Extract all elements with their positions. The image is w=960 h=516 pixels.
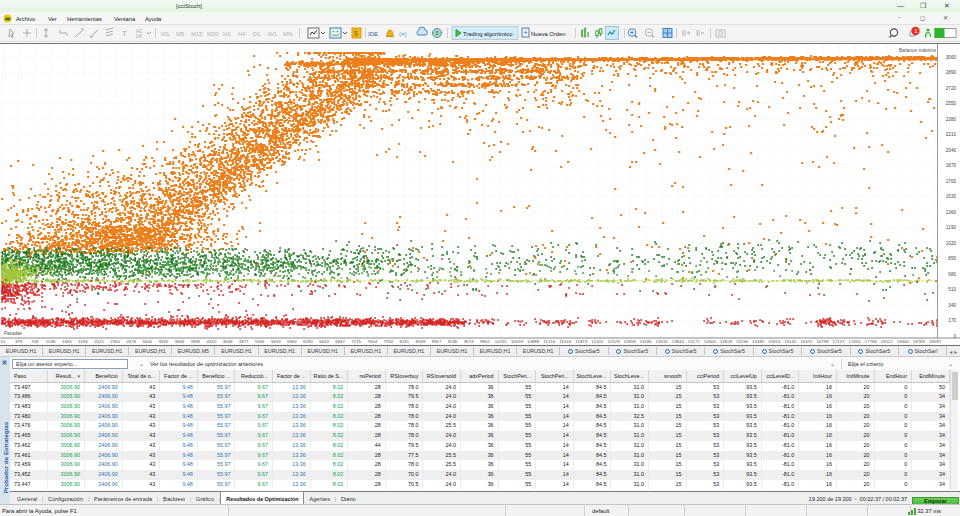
svg-text:14500: 14500 [704,339,717,344]
svg-text:IDE: IDE [368,31,378,37]
svg-text:2380: 2380 [946,117,957,122]
svg-text:2678: 2678 [126,339,136,344]
svg-text:6290: 6290 [303,339,313,344]
svg-text:1693: 1693 [78,339,88,344]
svg-text:14171: 14171 [688,339,701,344]
svg-text:M30: M30 [207,31,219,37]
svg-text:15156: 15156 [736,339,749,344]
svg-text:18769: 18769 [913,339,926,344]
svg-text:850: 850 [948,256,956,261]
svg-text:3992: 3992 [191,339,201,344]
svg-text:9246: 9246 [448,339,458,344]
svg-text:17455: 17455 [848,339,861,344]
svg-text:1530: 1530 [946,194,957,199]
svg-text:680: 680 [948,272,956,277]
svg-text:1700: 1700 [946,179,957,184]
svg-text:13186: 13186 [639,339,652,344]
svg-text:1036: 1036 [46,339,56,344]
svg-text:8589: 8589 [416,339,426,344]
svg-text:4320: 4320 [207,339,217,344]
svg-text:5633: 5633 [271,339,281,344]
svg-text:10231: 10231 [495,339,508,344]
svg-text:1020: 1020 [946,241,957,246]
svg-text:8917: 8917 [432,339,442,344]
svg-text:M5: M5 [176,31,185,37]
svg-text:340: 340 [948,303,956,308]
svg-text:0: 0 [953,334,956,339]
svg-text:0A: 0A [136,33,143,39]
svg-text:4977: 4977 [239,339,249,344]
svg-text:10888: 10888 [527,339,540,344]
svg-text:4648: 4648 [223,339,233,344]
svg-text:17127: 17127 [832,339,845,344]
svg-text:17784: 17784 [865,339,878,344]
svg-text:16142: 16142 [784,339,797,344]
svg-text:9574: 9574 [464,339,474,344]
svg-text:MN: MN [283,31,292,37]
svg-text:11873: 11873 [575,339,587,344]
svg-text:5962: 5962 [287,339,297,344]
svg-text:9902: 9902 [480,339,490,344]
svg-text:3663: 3663 [175,339,185,344]
svg-text:12858: 12858 [623,339,636,344]
svg-text:15485: 15485 [752,339,765,344]
svg-text:2210: 2210 [946,132,957,137]
svg-text:Trading algorítmico: Trading algorítmico [463,31,512,37]
svg-text:T: T [122,29,127,38]
svg-text:2550: 2550 [946,101,957,106]
svg-text:2021: 2021 [94,339,104,344]
svg-text:M1: M1 [161,31,170,37]
svg-text:170: 170 [948,318,956,323]
svg-text:(×): (×) [399,31,407,37]
svg-text:10559: 10559 [511,339,524,344]
svg-text:W1: W1 [268,31,278,37]
svg-text:1190: 1190 [946,225,956,230]
svg-text:3006: 3006 [142,339,152,344]
svg-text:18440: 18440 [897,339,910,344]
svg-text:18112: 18112 [881,339,893,344]
svg-text:H4: H4 [238,31,246,37]
svg-text:12529: 12529 [607,339,620,344]
svg-text:510: 510 [948,287,956,292]
svg-text:11544: 11544 [559,339,571,344]
svg-text:D1: D1 [253,31,261,37]
svg-text:1360: 1360 [946,210,957,215]
svg-text:16470: 16470 [800,339,813,344]
svg-text:√: √ [925,33,928,39]
svg-text:11216: 11216 [543,339,555,344]
svg-text:7275: 7275 [351,339,361,344]
svg-text:7932: 7932 [384,339,394,344]
svg-text:15813: 15813 [768,339,781,344]
svg-text:$: $ [354,30,358,37]
svg-text:16798: 16798 [816,339,829,344]
svg-text:M15: M15 [191,31,203,37]
svg-text:3335: 3335 [158,339,168,344]
svg-text:5305: 5305 [255,339,265,344]
svg-text:7604: 7604 [367,339,377,344]
svg-text:H1: H1 [223,31,231,37]
svg-text:2890: 2890 [946,70,957,75]
svg-text:12201: 12201 [591,339,604,344]
svg-text:8261: 8261 [400,339,410,344]
svg-text:Nueva Orden: Nueva Orden [531,31,565,37]
svg-text:1870: 1870 [946,163,957,168]
svg-text:19097: 19097 [929,339,942,344]
svg-text:14828: 14828 [720,339,733,344]
svg-text:51: 51 [1,339,6,344]
svg-text:Pasadas: Pasadas [4,331,23,336]
svg-text:Balance máximo: Balance máximo [899,47,936,53]
svg-text:379: 379 [15,339,23,344]
svg-text:708: 708 [31,339,39,344]
svg-text:6619: 6619 [319,339,329,344]
svg-text:2040: 2040 [946,148,957,153]
svg-text:2350: 2350 [110,339,120,344]
svg-text:13843: 13843 [672,339,685,344]
svg-text:13515: 13515 [656,339,669,344]
svg-text:2720: 2720 [946,86,957,91]
svg-text:1365: 1365 [62,339,72,344]
svg-text:6947: 6947 [335,339,345,344]
svg-text:3060: 3060 [946,55,957,60]
svg-text:+: + [524,29,528,36]
